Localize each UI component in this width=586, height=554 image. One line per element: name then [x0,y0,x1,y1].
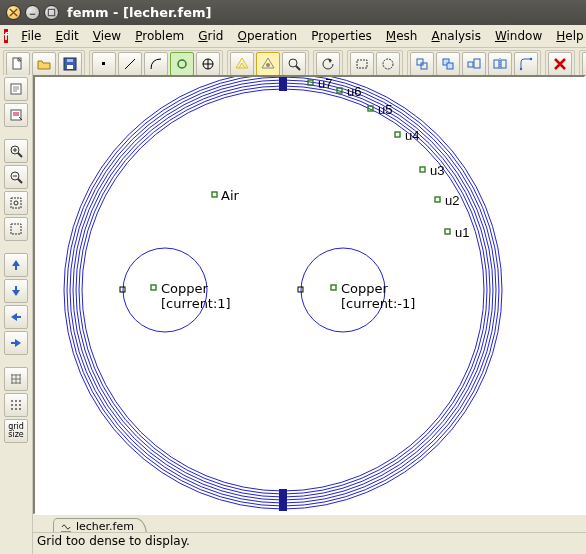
svg-point-56 [82,89,484,491]
fillet-button[interactable] [514,52,538,76]
svg-text:u7: u7 [318,77,332,91]
svg-text:u5: u5 [378,102,392,117]
svg-rect-38 [11,198,21,208]
status-text: Grid too dense to display. [37,534,190,548]
svg-line-32 [18,153,22,157]
save-button[interactable] [58,52,82,76]
air-region: Air [212,188,240,203]
minimize-window-button[interactable] [25,5,40,20]
group-tool-button[interactable] [196,52,220,76]
side-tool-1[interactable] [4,77,28,101]
select-rect-button[interactable] [350,52,374,76]
side-tool-2[interactable] [4,103,28,127]
svg-text:Air: Air [221,188,240,203]
menu-window[interactable]: Window [488,27,549,45]
undo-button[interactable] [316,52,340,76]
zoom-window-button[interactable] [4,217,28,241]
svg-rect-19 [447,63,453,69]
svg-rect-79 [212,192,217,197]
svg-point-59 [73,80,493,500]
close-window-button[interactable] [6,5,21,20]
titlebar: femm - [lecher.fem] [0,0,586,25]
svg-point-61 [67,77,499,506]
svg-text:u1: u1 [455,225,469,240]
menu-help[interactable]: Help [549,27,586,45]
menubar: f File Edit View Problem Grid Operation … [0,25,586,48]
outer-boundary [64,77,502,509]
svg-text:u3: u3 [430,163,444,178]
run-lua-button[interactable]: L [582,52,586,76]
view-results-button[interactable] [282,52,306,76]
zoom-fit-button[interactable] [4,191,28,215]
arc-tool-button[interactable] [144,52,168,76]
svg-rect-17 [421,63,427,69]
block-label-tool-button[interactable] [170,52,194,76]
svg-text:u6: u6 [347,84,361,99]
svg-rect-63 [279,77,287,91]
pan-left-button[interactable] [4,305,28,329]
boundary-tick-bottom [279,489,287,511]
svg-point-51 [15,404,17,406]
delete-button[interactable] [548,52,572,76]
svg-rect-20 [468,62,473,67]
copy-button[interactable] [436,52,460,76]
new-button[interactable] [6,52,30,76]
svg-rect-87 [298,287,303,292]
svg-rect-64 [279,489,287,511]
menu-grid[interactable]: Grid [191,27,230,45]
conductor-right: Copper [current:-1] [298,248,415,332]
grid-toggle-button[interactable] [4,367,28,391]
line-tool-button[interactable] [118,52,142,76]
pan-right-button[interactable] [4,331,28,355]
svg-rect-0 [48,9,54,15]
svg-text:u4: u4 [405,128,419,143]
svg-point-25 [520,68,522,70]
menu-operation[interactable]: Operation [230,27,304,45]
menu-properties[interactable]: Properties [304,27,379,45]
svg-rect-16 [417,59,423,65]
svg-point-7 [178,60,186,68]
grid-size-button[interactable]: grid size [4,419,28,443]
svg-point-48 [15,400,17,402]
menu-analysis[interactable]: Analysis [424,27,487,45]
pan-up-button[interactable] [4,253,28,277]
svg-text:Copper: Copper [161,281,209,296]
menu-mesh[interactable]: Mesh [379,27,425,45]
svg-rect-21 [474,59,480,68]
svg-point-53 [11,408,13,410]
svg-rect-82 [120,287,125,292]
mesh-button[interactable] [230,52,254,76]
workspace: grid size u7 u6 [0,75,586,554]
svg-point-55 [19,408,21,410]
menu-edit[interactable]: Edit [48,27,85,45]
svg-rect-77 [445,229,450,234]
document-icon [60,521,72,533]
menu-file[interactable]: File [14,27,48,45]
svg-rect-73 [420,167,425,172]
svg-point-15 [383,59,393,69]
drawing-canvas[interactable]: u7 u6 u5 u4 u3 u2 u1 Air Copper [current… [35,77,586,511]
select-circle-button[interactable] [376,52,400,76]
menu-problem[interactable]: Problem [128,27,191,45]
svg-rect-40 [11,224,21,234]
pan-down-button[interactable] [4,279,28,303]
point-tool-button[interactable] [92,52,116,76]
scale-button[interactable] [462,52,486,76]
maximize-window-button[interactable] [44,5,59,20]
mirror-button[interactable] [488,52,512,76]
svg-rect-14 [357,60,367,68]
toolbar-side: grid size [0,75,33,554]
analyze-button[interactable] [256,52,280,76]
window-buttons [6,5,59,20]
move-button[interactable] [410,52,434,76]
snap-toggle-button[interactable] [4,393,28,417]
open-button[interactable] [32,52,56,76]
svg-rect-75 [435,197,440,202]
zoom-in-button[interactable] [4,139,28,163]
svg-text:[current:1]: [current:1] [161,296,231,311]
conductor-left: Copper [current:1] [120,248,231,332]
canvas-area: u7 u6 u5 u4 u3 u2 u1 Air Copper [current… [33,75,586,554]
u-labels: u7 u6 u5 u4 u3 u2 u1 [308,77,469,240]
zoom-out-button[interactable] [4,165,28,189]
menu-view[interactable]: View [86,27,128,45]
